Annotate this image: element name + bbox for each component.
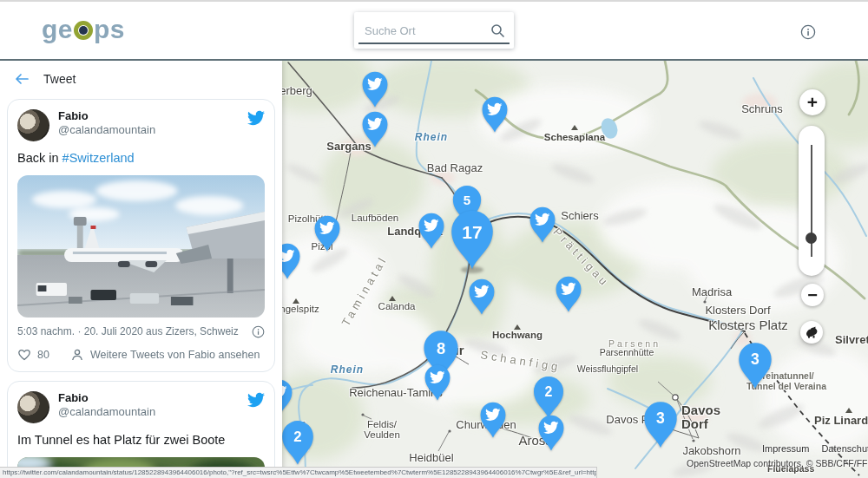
browser-status-bar: https://twitter.com/calandamountain/stat… <box>0 467 597 478</box>
arrow-left-icon <box>14 72 30 86</box>
tweet-cluster-pin[interactable]: 3 <box>641 400 680 449</box>
geops-logo[interactable]: geps <box>42 16 125 43</box>
tweet-actions: 80 Weitere Tweets von Fabio ansehen <box>17 348 265 362</box>
tweet-pin[interactable] <box>360 70 390 108</box>
twitter-icon[interactable] <box>247 391 265 409</box>
logo-text-ge: ge <box>42 16 73 43</box>
impressum-link[interactable]: Impressum <box>762 443 809 454</box>
tweet-pin[interactable] <box>536 414 566 452</box>
tweet-text: Back in #Switzerland <box>17 150 265 167</box>
tweet-card: Fabio @calandamountain Back in #Switzerl… <box>7 99 275 372</box>
tweet-info-icon[interactable] <box>252 325 265 338</box>
search-box <box>354 12 514 49</box>
tweet-author-handle[interactable]: @calandamountain <box>58 405 155 419</box>
tweet-pin[interactable] <box>312 214 342 252</box>
ibex-icon <box>805 326 819 338</box>
avatar[interactable] <box>17 109 49 141</box>
tweet-photo-airport[interactable] <box>17 175 265 318</box>
tweet-pin[interactable] <box>417 212 446 250</box>
heart-icon[interactable] <box>17 348 31 362</box>
tweet-pin[interactable] <box>478 401 508 439</box>
twitter-icon[interactable] <box>247 109 265 127</box>
map[interactable]: erbergSargansRheinBad RagazSchrunsSchesa… <box>282 61 868 478</box>
tweet-pin[interactable] <box>480 95 510 134</box>
map-footer-links: Impressum Datenschutz <box>762 443 868 454</box>
svg-text:17: 17 <box>462 222 482 242</box>
status-url: https://twitter.com/calandamountain/stat… <box>3 468 597 476</box>
tweet-meta: 5:03 nachm. · 20. Juli 2020 aus Zizers, … <box>17 325 265 338</box>
svg-text:5: 5 <box>464 193 471 207</box>
tweet-cluster-pin[interactable]: 2 <box>282 419 316 467</box>
sidebar: Tweet Fabio @calandamountain Back in #Sw… <box>0 61 282 478</box>
zoom-out-button[interactable]: − <box>801 284 824 306</box>
app-window: geps Tweet <box>0 0 868 478</box>
tweet-pin[interactable] <box>467 278 496 316</box>
tweet-card: Fabio @calandamountain Im Tunnel es hat … <box>7 381 275 478</box>
tweet-author-name: Fabio <box>58 391 155 405</box>
logo-ring-icon <box>74 21 93 40</box>
tweet-timestamp: 5:03 nachm. · 20. Juli 2020 aus Zizers, … <box>17 325 239 337</box>
panel-title: Tweet <box>43 72 76 86</box>
tweet-pin[interactable] <box>528 206 557 244</box>
search-icon[interactable] <box>490 23 505 38</box>
tweet-text: Im Tunnel es hat Platz für zwei Boote <box>17 432 265 449</box>
map-attribution: OpenStreetMap contributors, © SBB/CFF/FF… <box>687 458 868 468</box>
svg-text:8: 8 <box>437 339 445 357</box>
tweet-cluster-pin[interactable]: 17 <box>448 208 496 272</box>
hashtag-link[interactable]: #Switzerland <box>62 151 135 165</box>
tweet-pin[interactable] <box>360 110 390 148</box>
back-button[interactable] <box>14 72 30 86</box>
ibex-button[interactable] <box>800 321 823 344</box>
zoom-slider-handle[interactable] <box>806 232 817 244</box>
info-icon <box>800 24 816 40</box>
sidebar-header: Tweet <box>0 61 282 97</box>
tweet-author-handle[interactable]: @calandamountain <box>58 123 155 137</box>
tweet-pin[interactable] <box>554 275 583 313</box>
tweet-list[interactable]: Fabio @calandamountain Back in #Switzerl… <box>0 97 282 478</box>
more-tweets-link[interactable]: Weitere Tweets von Fabio ansehen <box>90 349 260 361</box>
tweet-pin[interactable] <box>282 378 294 416</box>
search-input[interactable] <box>363 23 490 38</box>
tweet-pin[interactable] <box>282 242 302 280</box>
tweet-author-name: Fabio <box>58 109 155 123</box>
svg-text:2: 2 <box>293 429 301 445</box>
app-header: geps <box>0 0 868 61</box>
info-button[interactable] <box>800 24 816 40</box>
avatar[interactable] <box>17 391 49 423</box>
like-count[interactable]: 80 <box>37 349 49 361</box>
logo-text-ps: ps <box>94 16 125 43</box>
tweet-pin[interactable] <box>423 363 452 402</box>
svg-text:2: 2 <box>545 384 553 399</box>
person-icon <box>70 348 84 362</box>
datenschutz-link[interactable]: Datenschutz <box>821 443 868 454</box>
svg-text:3: 3 <box>751 351 760 369</box>
zoom-slider[interactable] <box>799 126 825 276</box>
zoom-in-button[interactable]: + <box>799 89 825 115</box>
svg-text:3: 3 <box>656 410 665 428</box>
tweet-cluster-pin[interactable]: 3 <box>736 341 774 390</box>
